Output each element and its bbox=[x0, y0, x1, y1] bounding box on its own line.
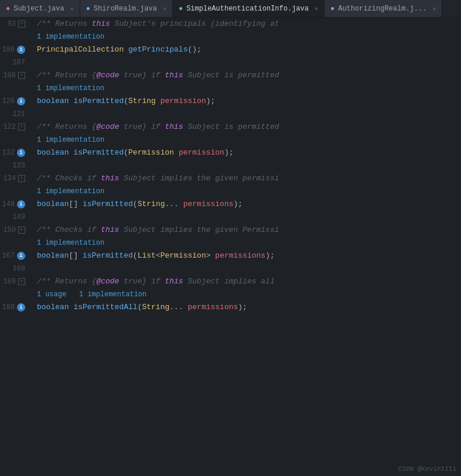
code-content-150: /** Checks if this Subject implies the g… bbox=[32, 224, 279, 237]
tab-close-auth[interactable]: ✕ bbox=[432, 5, 436, 12]
table-row: 106 i PrincipalCollection getPrincipals(… bbox=[0, 43, 461, 56]
meta-info-93[interactable]: 1 implementation bbox=[32, 30, 104, 43]
line-number-134: 134 + bbox=[0, 172, 32, 185]
table-row: 167 i boolean[] isPermitted(List<Permiss… bbox=[0, 249, 461, 262]
tab-icon-shiro: ● bbox=[86, 5, 90, 13]
line-number-120: 120 i bbox=[0, 95, 32, 108]
table-row: 132 i boolean isPermitted(Permission per… bbox=[0, 146, 461, 159]
table-row: 148 i boolean[] isPermitted(String... pe… bbox=[0, 198, 461, 211]
code-content-167: boolean[] isPermitted(List<Permission> p… bbox=[32, 249, 275, 262]
code-content-134: /** Checks if this Subject implies the g… bbox=[32, 172, 279, 185]
tab-auth[interactable]: ● AuthorizingRealm.j... ✕ bbox=[325, 0, 442, 17]
tab-simple[interactable]: ● SimpleAuthenticationInfo.java ✕ bbox=[173, 0, 325, 17]
line-number-168: 168 bbox=[0, 262, 32, 275]
list-item: 1 implementation bbox=[0, 30, 461, 43]
table-row: 93 + /** Returns this Subject's principa… bbox=[0, 18, 461, 30]
table-row: 120 i boolean isPermitted(String permiss… bbox=[0, 95, 461, 108]
line-num-108: 108 bbox=[3, 69, 16, 82]
tab-label-shiro: ShiroRealm.java bbox=[94, 5, 157, 13]
tab-shiro[interactable]: ● ShiroRealm.java ✕ bbox=[80, 0, 173, 17]
expand-icon-169[interactable]: + bbox=[18, 278, 25, 285]
line-number-106: 106 i bbox=[0, 43, 32, 56]
line-number-121: 121 bbox=[0, 108, 32, 121]
tab-label-auth: AuthorizingRealm.j... bbox=[338, 5, 426, 13]
list-item: 1 usage 1 implementation bbox=[0, 288, 461, 301]
meta-info-134[interactable]: 1 implementation bbox=[32, 185, 104, 198]
info-icon-120[interactable]: i bbox=[17, 97, 25, 105]
table-row: 150 + /** Checks if this Subject implies… bbox=[0, 224, 461, 237]
table-row: 169 + /** Returns {@code true} if this S… bbox=[0, 275, 461, 288]
expand-icon-93[interactable]: + bbox=[18, 20, 25, 28]
info-icon-167[interactable]: i bbox=[17, 252, 25, 260]
expand-icon-134[interactable]: + bbox=[18, 175, 25, 182]
tab-label-simple: SimpleAuthenticationInfo.java bbox=[186, 5, 309, 13]
tab-close-shiro[interactable]: ✕ bbox=[163, 5, 166, 12]
line-number-107: 107 bbox=[0, 56, 32, 69]
line-number-150: 150 + bbox=[0, 224, 32, 237]
line-number-167: 167 i bbox=[0, 249, 32, 262]
table-row: 122 + /** Returns {@code true} if this S… bbox=[0, 121, 461, 133]
line-num-106: 106 bbox=[2, 43, 15, 56]
line-number-133: 133 bbox=[0, 159, 32, 172]
info-icon-132[interactable]: i bbox=[17, 149, 25, 157]
meta-info-150[interactable]: 1 implementation bbox=[32, 237, 104, 249]
line-number-122: 122 + bbox=[0, 121, 32, 133]
line-number: 93 + bbox=[0, 18, 32, 30]
tab-label-subject: Subject.java bbox=[13, 5, 64, 13]
code-content-122: /** Returns {@code true} if this Subject… bbox=[32, 121, 279, 133]
code-content-93: /** Returns this Subject's principals (i… bbox=[32, 18, 279, 30]
table-row: 134 + /** Checks if this Subject implies… bbox=[0, 172, 461, 185]
expand-icon-122[interactable]: + bbox=[18, 124, 25, 131]
table-row: 107 bbox=[0, 56, 461, 69]
table-row: 133 bbox=[0, 159, 461, 172]
line-num-167: 167 bbox=[2, 249, 15, 262]
line-num-169: 169 bbox=[3, 275, 16, 288]
line-number-180: 180 i bbox=[0, 301, 32, 314]
list-item: 1 implementation bbox=[0, 133, 461, 146]
line-number-169: 169 + bbox=[0, 275, 32, 288]
code-content-108: /** Returns {@code true} if this Subject… bbox=[32, 69, 279, 82]
tab-icon-auth: ● bbox=[330, 5, 334, 13]
tab-bar: ● Subject.java ✕ ● ShiroRealm.java ✕ ● S… bbox=[0, 0, 461, 18]
line-num-120: 120 bbox=[2, 95, 15, 108]
table-row: 168 bbox=[0, 262, 461, 275]
line-number-149: 149 bbox=[0, 211, 32, 224]
table-row: 180 i boolean isPermittedAll(String... p… bbox=[0, 301, 461, 314]
line-number-148: 148 i bbox=[0, 198, 32, 211]
expand-icon-150[interactable]: + bbox=[18, 227, 25, 234]
code-content-106: PrincipalCollection getPrincipals(); bbox=[32, 43, 202, 56]
tab-close-simple[interactable]: ✕ bbox=[315, 5, 318, 12]
code-content-148: boolean[] isPermitted(String... permissi… bbox=[32, 198, 243, 211]
code-content-180: boolean isPermittedAll(String... permiss… bbox=[32, 301, 247, 314]
list-item: 1 implementation bbox=[0, 185, 461, 198]
tab-close-subject[interactable]: ✕ bbox=[70, 5, 74, 12]
line-number-108: 108 + bbox=[0, 69, 32, 82]
table-row: 108 + /** Returns {@code true} if this S… bbox=[0, 69, 461, 82]
watermark: CSDN @KevinIIIi bbox=[398, 465, 456, 472]
tab-icon-subject: ● bbox=[6, 5, 10, 13]
line-num-134: 134 bbox=[3, 172, 16, 185]
info-icon-106[interactable]: i bbox=[17, 46, 25, 54]
list-item: 1 implementation bbox=[0, 82, 461, 95]
code-editor: 93 + /** Returns this Subject's principa… bbox=[0, 18, 461, 476]
line-num-180: 180 bbox=[2, 301, 15, 314]
line-num-122: 122 bbox=[3, 121, 16, 133]
line-num-150: 150 bbox=[3, 224, 16, 237]
line-num-132: 132 bbox=[2, 146, 15, 159]
meta-info-169[interactable]: 1 usage 1 implementation bbox=[32, 288, 146, 301]
meta-info-108[interactable]: 1 implementation bbox=[32, 82, 104, 95]
tab-icon-simple: ● bbox=[179, 5, 183, 13]
info-icon-148[interactable]: i bbox=[17, 200, 25, 208]
line-num-148: 148 bbox=[2, 198, 15, 211]
meta-info-122[interactable]: 1 implementation bbox=[32, 133, 104, 146]
line-num-93: 93 bbox=[8, 18, 16, 30]
info-icon-180[interactable]: i bbox=[17, 303, 25, 311]
code-content-169: /** Returns {@code true} if this Subject… bbox=[32, 275, 275, 288]
code-content-132: boolean isPermitted(Permission permissio… bbox=[32, 146, 234, 159]
tab-subject[interactable]: ● Subject.java ✕ bbox=[0, 0, 80, 17]
expand-icon-108[interactable]: + bbox=[18, 72, 25, 79]
code-content-120: boolean isPermitted(String permission); bbox=[32, 95, 215, 108]
line-number-132: 132 i bbox=[0, 146, 32, 159]
table-row: 121 bbox=[0, 108, 461, 121]
list-item: 1 implementation bbox=[0, 237, 461, 249]
